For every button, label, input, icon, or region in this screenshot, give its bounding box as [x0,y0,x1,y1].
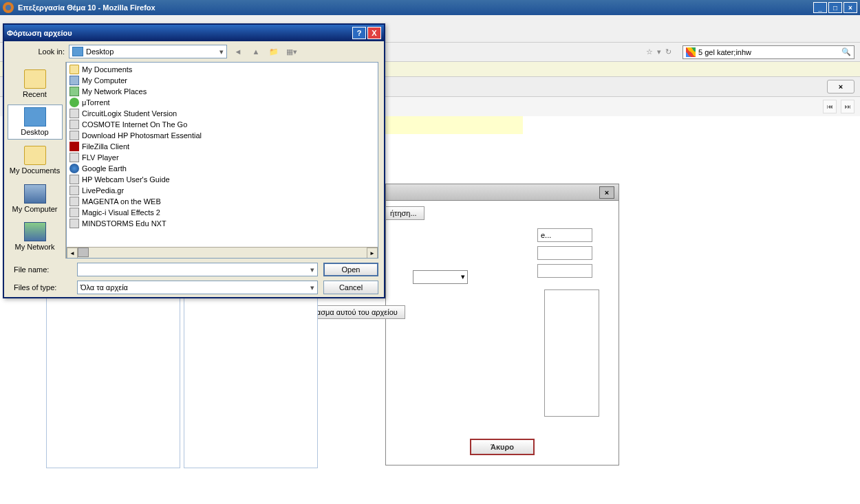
file-item[interactable]: Download HP Photosmart Essential [68,130,376,141]
search-input[interactable] [698,48,839,56]
lookin-row: Look in: Desktop ◄ ▲ 📁 ▦▾ [4,41,384,62]
file-item[interactable]: My Network Places [68,86,376,97]
minimize-button[interactable]: _ [813,2,827,13]
file-item[interactable]: HP Webcam User's Guide [68,174,376,185]
modal-cancel-button[interactable]: Άκυρο [470,439,535,455]
file-item[interactable]: COSMOTE Internet On The Go [68,119,376,130]
browse-button[interactable]: ήτηση... [385,206,424,220]
file-item[interactable]: CircuitLogix Student Version [68,108,376,119]
cancel-button[interactable]: Cancel [323,281,378,294]
file-item[interactable]: FLV Player [68,152,376,163]
place-computer[interactable]: My Computer [8,181,63,217]
dialog-title: Φόρτωση αρχείου [7,29,351,37]
behind-dropdown[interactable] [413,270,468,284]
dialog-close-button[interactable]: X [367,27,381,39]
image-properties-modal: × e... Άκυρο [385,184,619,465]
new-folder-icon[interactable]: 📁 [267,45,281,58]
file-item-label: COSMOTE Internet On The Go [82,120,187,129]
search-box[interactable]: 🔍 [682,45,854,59]
file-item-label: LivePedia.gr [82,186,124,195]
folder-icon [69,65,79,74]
file-item[interactable]: Magic-i Visual Effects 2 [68,207,376,218]
file-item-label: FLV Player [82,153,119,162]
scroll-thumb[interactable] [78,248,89,257]
filetype-combo[interactable]: Όλα τα αρχεία [77,281,318,294]
file-item-label: μTorrent [82,98,110,107]
up-icon[interactable]: ▲ [249,45,263,58]
tab-close-button[interactable]: × [827,80,854,94]
app-icon [69,120,79,129]
file-item[interactable]: μTorrent [68,97,376,108]
gearth-icon [69,164,79,173]
file-item-label: My Network Places [82,87,147,96]
app-icon [69,186,79,195]
network-icon [24,222,46,241]
reload-icon[interactable]: ↻ [665,47,671,56]
file-item[interactable]: My Computer [68,75,376,86]
bookmark-star-icon[interactable]: ☆ [646,47,653,56]
place-network[interactable]: My Network [8,219,63,254]
scroll-right-icon[interactable]: ► [367,248,378,259]
desktop-icon [72,47,83,56]
file-item-label: Magic-i Visual Effects 2 [82,208,160,217]
documents-icon [24,146,46,165]
horizontal-scrollbar[interactable]: ◄ ► [67,247,378,258]
open-button[interactable]: Open [323,263,378,276]
file-item-label: Google Earth [82,164,127,173]
file-list[interactable]: My DocumentsMy ComputerMy Network Places… [66,62,378,259]
maximize-button[interactable]: □ [828,2,842,13]
next-icon[interactable]: ⏭ [841,100,854,113]
app-icon [69,153,79,162]
file-list-pane-left[interactable] [46,296,180,468]
computer-icon [24,184,46,204]
dialog-help-button[interactable]: ? [352,27,366,39]
view-menu-icon[interactable]: ▦▾ [285,45,299,58]
modal-field-1[interactable]: e... [537,228,592,242]
app-icon [69,109,79,118]
dialog-bottom-row: File name: Open Files of type: Όλα τα αρ… [4,259,384,298]
prev-icon[interactable]: ⏮ [823,100,837,113]
dropdown-icon[interactable]: ▾ [657,47,661,56]
back-icon[interactable]: ◄ [231,45,245,58]
app-icon [69,131,79,140]
file-item[interactable]: LivePedia.gr [68,185,376,196]
modal-close-button[interactable]: × [599,186,614,199]
filetype-label: Files of type: [10,283,72,292]
highlight-strip [385,116,523,134]
modal-titlebar: × [386,184,619,201]
file-item-label: Download HP Photosmart Essential [82,131,202,140]
utorrent-icon [69,98,79,107]
place-documents[interactable]: My Documents [8,142,63,178]
lookin-value: Desktop [86,47,114,56]
app-icon [69,208,79,217]
modal-field-2[interactable] [537,246,592,260]
filename-input[interactable] [80,265,305,274]
filename-combo[interactable] [77,263,318,276]
filename-label: File name: [10,265,72,274]
lookin-label: Look in: [10,47,65,56]
place-recent[interactable]: Recent [8,66,63,102]
close-button[interactable]: × [843,2,857,13]
app-icon [69,197,79,206]
window-title: Επεξεργασία Θέμα 10 - Mozilla Firefox [18,3,813,12]
file-item[interactable]: FileZilla Client [68,141,376,152]
file-item[interactable]: MAGENTA on the WEB [68,196,376,207]
modal-field-3[interactable] [537,264,592,278]
scroll-left-icon[interactable]: ◄ [67,248,78,259]
network-icon [69,87,79,96]
file-item-label: MINDSTORMS Edu NXT [82,219,166,228]
place-desktop[interactable]: Desktop [8,105,63,140]
file-item-label: CircuitLogix Student Version [82,109,177,118]
window-controls: _ □ × [813,2,857,13]
filetype-value: Όλα τα αρχεία [80,283,128,292]
google-icon [686,47,696,57]
file-item[interactable]: My Documents [68,64,376,75]
file-item-label: My Documents [82,65,132,74]
search-icon[interactable]: 🔍 [841,47,851,56]
lookin-combo[interactable]: Desktop [69,45,227,58]
file-list-pane-right[interactable] [184,296,318,468]
file-item[interactable]: MINDSTORMS Edu NXT [68,218,376,229]
file-item[interactable]: Google Earth [68,163,376,174]
filezilla-icon [69,142,79,151]
file-item-label: My Computer [82,76,127,85]
